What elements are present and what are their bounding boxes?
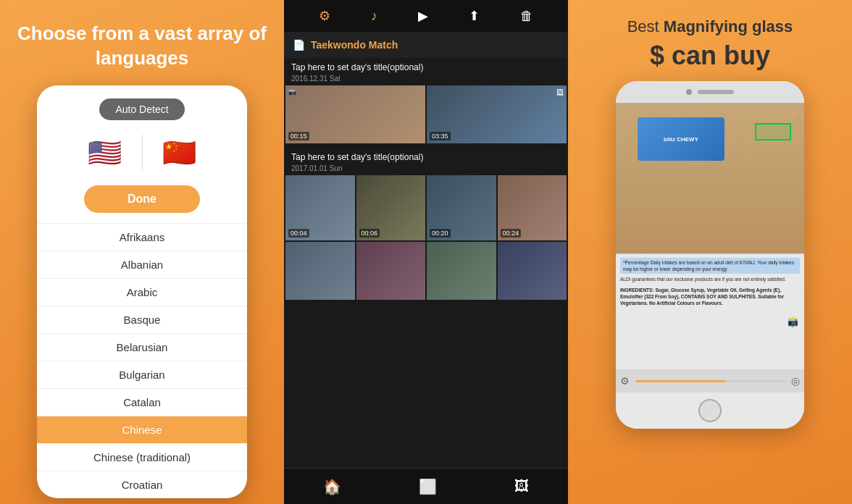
lang-item-arabic[interactable]: Arabic [37,278,247,306]
thumb-6[interactable]: 00:24 [498,175,567,240]
camera-icon[interactable]: 📷 [788,316,798,327]
frame-icon[interactable]: ⬜ [419,478,437,495]
home-button[interactable] [698,399,722,422]
circle-icon[interactable]: ◎ [791,375,800,387]
lang-item-chinese-(traditional)[interactable]: Chinese (traditional) [37,443,247,471]
share-icon[interactable]: ⬆ [469,8,480,24]
section2-grid-row1: 00:04 00:06 00:20 00:24 [284,175,568,240]
time-4: 00:06 [359,229,380,238]
title-normal: Best [627,17,664,35]
lang-item-bulgarian[interactable]: Bulgarian [37,361,247,388]
gear-icon[interactable]: ⚙ [319,8,330,24]
trash-icon[interactable]: 🗑 [520,9,533,24]
text-line-2: ALDI guarantees that our exclusive produ… [620,276,800,282]
toolbar: ⚙ ♪ ▶ ⬆ 🗑 [284,0,568,32]
gallery-header: 📄 Taekwondo Match [284,32,568,58]
flag-divider [142,135,143,171]
panel-magnifier: Best Magnifying glass $ can buy blitz CH… [568,0,852,504]
highlight-1: *Percentage Daily Intakes are based on a… [620,258,800,274]
section2-title[interactable]: Tap here to set day's title(optional) [284,148,568,164]
flags-row: 🇺🇸 🇨🇳 [83,130,202,175]
panel1-title: Choose from a vast array of languages [14,22,270,71]
phone-bottom-bar [616,392,804,429]
panel3-title-line1: Best Magnifying glass [627,17,793,36]
bottom-nav: 🏠 ⬜ 🖼 [284,468,568,504]
thumb-9[interactable] [427,242,496,300]
flag-right[interactable]: 🇨🇳 [157,130,202,175]
thumb-10[interactable] [498,242,567,300]
bottom-controls: ⚙ ◎ [616,369,804,392]
thumb-1[interactable]: 📷 00:15 [285,85,425,143]
text-line-1: *Percentage Daily Intakes are based on a… [623,260,794,272]
panel3-subtitle: $ can buy [650,41,770,71]
lang-item-afrikaans[interactable]: Afrikaans [37,223,247,251]
lang-item-basque[interactable]: Basque [37,306,247,333]
product-label: blitz CHEWY [664,136,698,143]
lang-item-belarusian[interactable]: Belarusian [37,333,247,361]
time-2: 03:35 [430,132,451,140]
camera-dot [686,89,692,95]
section1-title[interactable]: Tap here to set day's title(optional) [284,58,568,75]
title-bold: Magnifying glass [664,17,793,35]
panel-languages: Choose from a vast array of languages Au… [0,0,284,504]
sun-icon: ☀ [789,109,798,120]
section1-date: 2016.12.31 Sat [284,75,568,85]
img-icon-2: 🖼 [556,88,564,96]
done-button[interactable]: Done [84,185,200,213]
gallery-title: Taekwondo Match [311,39,398,51]
play-icon[interactable]: ▶ [418,8,428,24]
thumb-4[interactable]: 00:06 [356,175,426,240]
thumb-8[interactable] [356,242,426,300]
time-6: 00:24 [501,229,522,238]
phone-frame-3: blitz CHEWY ☀ *Percentage Daily Intakes … [616,81,804,429]
thumb-3[interactable]: 00:04 [285,175,355,240]
flag-left[interactable]: 🇺🇸 [83,130,128,175]
phone-frame-1: Auto Detect 🇺🇸 🇨🇳 Done AfrikaansAlbanian… [37,85,247,498]
thumb-7[interactable] [285,242,355,300]
product-box: blitz CHEWY [638,117,724,161]
time-5: 00:20 [430,229,451,238]
phone-inner: Auto Detect 🇺🇸 🇨🇳 Done AfrikaansAlbanian… [37,98,247,498]
panel-gallery: ⚙ ♪ ▶ ⬆ 🗑 📄 Taekwondo Match Tap here to … [284,0,568,504]
scan-rect [755,123,791,140]
section1-grid: 📷 00:15 🖼 03:35 [284,85,568,143]
language-list: AfrikaansAlbanianArabicBasqueBelarusianB… [37,223,247,498]
section2-date: 2017.01.01 Sun [284,164,568,175]
time-1: 00:15 [288,132,309,140]
lang-item-croatian[interactable]: Croatian [37,471,247,498]
section2-grid-row2 [284,240,568,300]
thumb-5[interactable]: 00:20 [427,175,496,240]
phone-top-bar [616,81,804,103]
auto-detect-button[interactable]: Auto Detect [99,98,184,120]
magnifier-screen: blitz CHEWY ☀ *Percentage Daily Intakes … [616,103,804,392]
doc-icon: 📄 [293,39,305,51]
lang-item-chinese[interactable]: Chinese [37,416,247,443]
phone-speaker [698,90,734,94]
home-icon[interactable]: 🏠 [323,478,341,495]
time-3: 00:04 [288,229,309,238]
reading-panel: *Percentage Daily Intakes are based on a… [616,253,804,392]
settings-icon[interactable]: ⚙ [620,375,630,387]
text-line-3: INGREDIENTS: Sugar, Glucose Syrup, Veget… [620,287,800,306]
gallery-icon[interactable]: 🖼 [514,478,529,495]
lang-item-catalan[interactable]: Catalan [37,388,247,416]
brightness-slider[interactable] [635,380,785,382]
video-icon-1: 📷 [288,88,296,96]
thumb-2[interactable]: 🖼 03:35 [427,85,567,143]
lang-item-albanian[interactable]: Albanian [37,251,247,278]
music-icon[interactable]: ♪ [371,9,377,24]
